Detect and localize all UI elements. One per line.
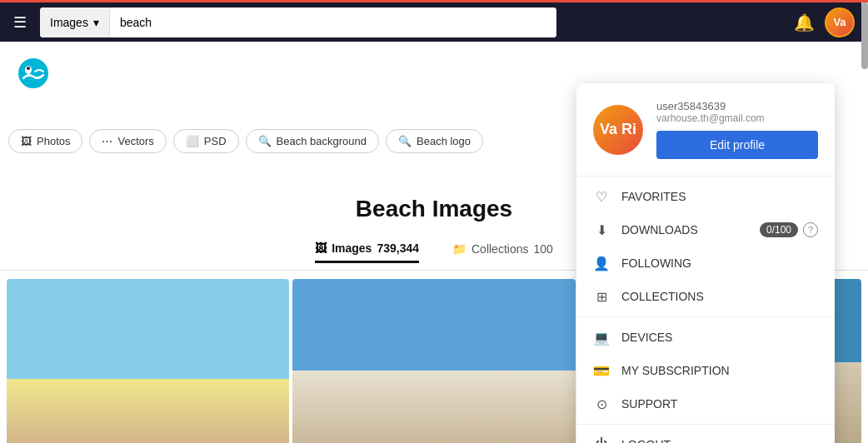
category-label: Images	[50, 16, 88, 29]
bell-icon[interactable]: 🔔	[794, 12, 815, 32]
scrollbar-thumb[interactable]	[861, 2, 868, 69]
images-tab-icon: 🖼	[315, 241, 327, 255]
filter-tab-photos[interactable]: 🖼 Photos	[8, 129, 82, 153]
avatar-large-initials: Va Ri	[600, 121, 636, 138]
collections-label: COLLECTIONS	[621, 290, 704, 303]
user-header: Va Ri user35843639 varhouse.th@gmail.com…	[576, 83, 835, 172]
beach-logo-label: Beach logo	[417, 135, 471, 147]
vectors-label: Vectors	[117, 135, 153, 147]
following-label: FOLLOWING	[621, 256, 691, 270]
psd-icon: ⬜	[186, 135, 199, 147]
photos-icon: 🖼	[21, 135, 32, 147]
subscription-icon: 💳	[593, 362, 610, 379]
filter-tab-beach-logo[interactable]: 🔍 Beach logo	[386, 129, 483, 153]
support-label: SUPPORT	[621, 397, 677, 411]
psd-label: PSD	[204, 135, 227, 147]
hamburger-icon[interactable]: ☰	[13, 13, 27, 32]
page-title: Beach Images	[356, 196, 512, 222]
collections-tab-icon: 📁	[452, 242, 466, 256]
images-tab-label: Images	[332, 241, 372, 255]
menu-item-support[interactable]: ⊙ SUPPORT	[576, 387, 835, 421]
downloads-label: DOWNLOADS	[621, 223, 698, 236]
downloads-icon: ⬇	[593, 222, 610, 238]
images-tab-count: 739,344	[377, 241, 419, 255]
image-card-1[interactable]	[7, 279, 289, 443]
subscription-label: MY SUBSCRIPTION	[621, 364, 730, 377]
filter-tabs: 🖼 Photos ⋯ Vectors ⬜ PSD 🔍 Beach backgro…	[8, 129, 483, 153]
downloads-help-icon[interactable]: ?	[803, 222, 818, 237]
support-icon: ⊙	[593, 396, 610, 412]
favorites-label: FAVORITES	[621, 190, 686, 203]
avatar-initials: Va	[833, 16, 846, 28]
menu-item-devices[interactable]: 💻 DEVICES	[576, 321, 835, 354]
divider-3	[576, 424, 835, 425]
tab-collections[interactable]: 📁 Collections 100	[452, 242, 553, 262]
photos-label: Photos	[37, 135, 70, 147]
username-text: user35843639	[656, 100, 818, 112]
scrollbar-track[interactable]	[861, 2, 868, 42]
menu-item-logout[interactable]: ⏻ LOGOUT	[576, 428, 835, 443]
brand-logo	[17, 57, 50, 90]
collections-icon: ⊞	[593, 288, 610, 305]
menu-item-subscription[interactable]: 💳 MY SUBSCRIPTION	[576, 354, 835, 387]
downloads-badge-area: 0/100 ?	[760, 222, 818, 237]
menu-item-favorites[interactable]: ♡ FAVORITES	[576, 180, 835, 213]
devices-label: DEVICES	[621, 331, 672, 344]
beach-background-search-icon: 🔍	[258, 135, 272, 147]
devices-icon: 💻	[593, 329, 610, 346]
search-bar: Images ▾	[40, 7, 556, 37]
favorites-icon: ♡	[593, 188, 610, 205]
nav-right: 🔔 Va	[794, 7, 855, 37]
vectors-icon: ⋯	[102, 135, 112, 147]
logout-icon: ⏻	[593, 436, 610, 443]
menu-item-following[interactable]: 👤 FOLLOWING	[576, 246, 835, 280]
divider-1	[576, 176, 835, 177]
edit-profile-button[interactable]: Edit profile	[656, 131, 818, 159]
search-category-selector[interactable]: Images ▾	[40, 7, 110, 37]
user-email-text: varhouse.th@gmail.com	[656, 112, 818, 124]
menu-item-downloads[interactable]: ⬇ DOWNLOADS 0/100 ?	[576, 213, 835, 246]
search-input[interactable]	[110, 7, 556, 37]
tab-images[interactable]: 🖼 Images 739,344	[315, 241, 419, 263]
following-icon: 👤	[593, 255, 610, 271]
collections-tab-count: 100	[533, 242, 552, 256]
beach-logo-search-icon: 🔍	[398, 135, 412, 147]
filter-tab-beach-background[interactable]: 🔍 Beach background	[246, 129, 379, 153]
user-avatar-large: Va Ri	[593, 105, 643, 155]
beach-background-label: Beach background	[277, 135, 367, 147]
logout-label: LOGOUT	[621, 438, 671, 443]
user-info: user35843639 varhouse.th@gmail.com Edit …	[656, 100, 818, 159]
chevron-down-icon: ▾	[93, 16, 99, 29]
main-content: 🖼 Photos ⋯ Vectors ⬜ PSD 🔍 Beach backgro…	[0, 42, 868, 443]
filter-tab-psd[interactable]: ⬜ PSD	[173, 129, 239, 153]
svg-point-2	[27, 67, 30, 70]
collections-tab-label: Collections	[471, 242, 528, 256]
divider-2	[576, 316, 835, 317]
user-dropdown-panel: Va Ri user35843639 varhouse.th@gmail.com…	[576, 83, 835, 443]
menu-item-collections[interactable]: ⊞ COLLECTIONS	[576, 280, 835, 313]
downloads-count-badge: 0/100	[760, 222, 798, 237]
freepik-logo-icon	[17, 57, 50, 90]
top-navigation: ☰ Images ▾ 🔔 Va	[0, 0, 868, 42]
user-avatar-button[interactable]: Va	[825, 7, 855, 37]
svg-point-0	[18, 58, 48, 88]
filter-tab-vectors[interactable]: ⋯ Vectors	[89, 129, 166, 153]
image-card-2[interactable]	[292, 279, 575, 443]
